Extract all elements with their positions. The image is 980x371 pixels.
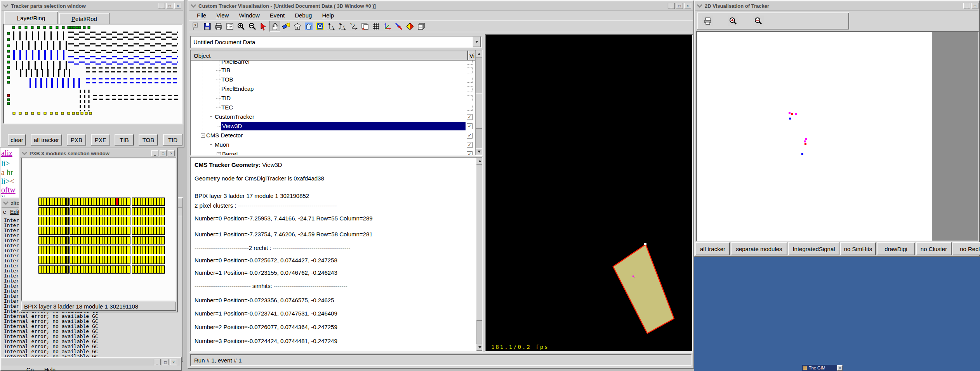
- pxb-module-cell[interactable]: [81, 198, 83, 205]
- pxb-module-cell[interactable]: [92, 217, 94, 225]
- axis-z-icon[interactable]: Yxz: [348, 21, 359, 32]
- pxb-module-cell[interactable]: [116, 208, 118, 215]
- tree-item-customtracker[interactable]: −CustomTracker✓: [191, 113, 475, 121]
- zoom-out-icon[interactable]: [753, 16, 764, 26]
- pxb-module-cell[interactable]: [73, 256, 75, 264]
- save-icon[interactable]: [202, 21, 213, 32]
- close-icon[interactable]: ×: [174, 3, 181, 9]
- pxb-module-cell[interactable]: [44, 227, 47, 234]
- pxb-module-cell[interactable]: [86, 208, 89, 215]
- tree-item-tob[interactable]: TOB: [191, 75, 475, 84]
- pxb-ladder-row-1-group-0[interactable]: [38, 207, 69, 215]
- minimize-button[interactable]: _: [158, 3, 165, 9]
- pxb-module-cell[interactable]: [157, 256, 159, 264]
- pxb-module-cell[interactable]: [132, 217, 135, 225]
- pxb-module-cell[interactable]: [143, 208, 146, 215]
- pxb-module-cell[interactable]: [138, 246, 140, 254]
- pxb-module-cell[interactable]: [42, 208, 44, 215]
- pxb-module-cell[interactable]: [157, 237, 159, 244]
- document-combo[interactable]: Untitled Document Data: [190, 36, 482, 48]
- parts-button-clear[interactable]: clear: [8, 134, 26, 146]
- pxb-module-cell[interactable]: [50, 217, 52, 225]
- pxb-module-cell[interactable]: [111, 198, 113, 205]
- pxb-module-cell[interactable]: [89, 266, 91, 273]
- pxb-module-cell[interactable]: [124, 198, 127, 205]
- pxb-module-cell[interactable]: [47, 266, 49, 273]
- pxb-module-cell[interactable]: [55, 227, 57, 234]
- pxb-module-cell[interactable]: [141, 246, 143, 254]
- minimize-button[interactable]: _: [154, 359, 161, 365]
- tree-item-cms-detector[interactable]: −CMS Detector✓: [191, 131, 475, 140]
- pxb-module-half-cell[interactable]: [129, 265, 130, 274]
- pick-arrow-icon[interactable]: [258, 21, 269, 32]
- pxb-module-cell[interactable]: [160, 208, 162, 215]
- viewer2d-button-separate-modules[interactable]: separate modules: [731, 242, 787, 255]
- pxb-module-cell[interactable]: [94, 227, 97, 234]
- pxb-module-cell[interactable]: [160, 266, 162, 273]
- pxb-module-cell[interactable]: [94, 217, 97, 225]
- info-scroll-thumb[interactable]: [476, 165, 483, 321]
- menu-item-go[interactable]: Go: [26, 367, 34, 371]
- pxb-module-half-cell[interactable]: [129, 217, 130, 225]
- pxb-module-cell[interactable]: [89, 227, 91, 234]
- pxb-module-cell[interactable]: [149, 237, 151, 244]
- pxb-module-cell[interactable]: [124, 208, 127, 215]
- pxb-module-cell[interactable]: [63, 208, 66, 215]
- pxb-module-cell[interactable]: [143, 237, 146, 244]
- pxb-module-cell[interactable]: [149, 246, 151, 254]
- pxb-ladder-row-3-group-0[interactable]: [38, 227, 69, 235]
- pxb-module-cell[interactable]: [78, 237, 80, 244]
- window-shade-icon[interactable]: [3, 200, 9, 206]
- pxb-module-cell[interactable]: [55, 246, 57, 254]
- pxb-module-cell[interactable]: [149, 266, 151, 273]
- pxb-module-cell[interactable]: [132, 208, 135, 215]
- pxb-module-cell[interactable]: [111, 217, 113, 225]
- pxb-module-half-cell[interactable]: [66, 265, 68, 274]
- pxb-module-cell[interactable]: [116, 266, 118, 273]
- pxb-module-cell[interactable]: [83, 208, 86, 215]
- pxb-module-cell[interactable]: [50, 246, 52, 254]
- pxb-module-cell[interactable]: [162, 198, 165, 205]
- tree-item-muon[interactable]: −Muon✓: [191, 140, 475, 149]
- pxb-module-cell[interactable]: [92, 208, 94, 215]
- pxb-module-cell[interactable]: [132, 237, 135, 244]
- parts-button-TID[interactable]: TID: [163, 134, 182, 146]
- pxb-module-cell[interactable]: [83, 217, 86, 225]
- pxb-module-cell[interactable]: [55, 237, 57, 244]
- menu-item-help[interactable]: Help: [44, 367, 56, 371]
- pxb-module-cell[interactable]: [135, 246, 137, 254]
- pxb-module-cell[interactable]: [44, 246, 47, 254]
- axis-x-icon[interactable]: XYZ: [337, 21, 348, 32]
- pxb-module-cell[interactable]: [105, 198, 108, 205]
- pxb-module-cell[interactable]: [151, 237, 154, 244]
- menu-view[interactable]: View: [216, 12, 229, 19]
- pxb-module-cell[interactable]: [132, 256, 135, 264]
- pxb-module-cell[interactable]: [47, 217, 49, 225]
- pxb-module-cell[interactable]: [63, 266, 66, 273]
- pxb-module-cell[interactable]: [44, 237, 47, 244]
- close-icon[interactable]: ×: [170, 359, 177, 365]
- pxb-module-cell[interactable]: [105, 246, 108, 254]
- pxb-module-cell[interactable]: [81, 208, 83, 215]
- viewer2d-button-IntegratedSignal[interactable]: IntegratedSignal: [788, 242, 839, 255]
- pxb-module-cell[interactable]: [86, 256, 89, 264]
- pxb-module-cell[interactable]: [55, 198, 57, 205]
- tree-visibility-checkbox[interactable]: [467, 86, 473, 92]
- pxb-ladder-row-6-group-1[interactable]: [70, 256, 130, 264]
- pxb-module-cell[interactable]: [119, 217, 121, 225]
- window-shade-icon[interactable]: [3, 3, 9, 9]
- pxb-module-cell[interactable]: [58, 217, 60, 225]
- pxb-module-cell[interactable]: [50, 256, 52, 264]
- info-scrollbar[interactable]: [476, 158, 483, 351]
- pxb-module-cell[interactable]: [116, 237, 118, 244]
- pxb-module-cell[interactable]: [86, 217, 89, 225]
- pxb-module-cell[interactable]: [149, 217, 151, 225]
- pxb-module-cell[interactable]: [105, 266, 108, 273]
- terminal-menu-fragment-file[interactable]: e: [3, 209, 6, 215]
- pxb-module-cell[interactable]: [138, 198, 140, 205]
- pxb-module-cell[interactable]: [113, 198, 116, 205]
- pxb-module-cell[interactable]: [113, 237, 116, 244]
- pxb-module-cell[interactable]: [89, 208, 91, 215]
- pxb-ladder-row-0-group-0[interactable]: [38, 198, 69, 206]
- pxb-module-cell[interactable]: [70, 217, 72, 225]
